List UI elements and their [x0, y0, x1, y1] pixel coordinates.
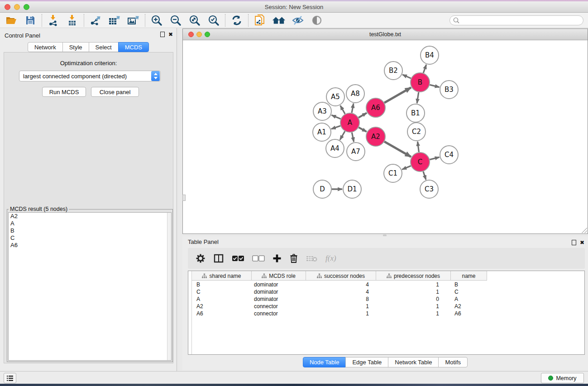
import-table-button[interactable] — [66, 14, 79, 27]
function-builder-button[interactable]: f(x) — [325, 254, 336, 263]
graph-node-B2[interactable]: B2 — [384, 62, 402, 80]
graph-edge-C-C4[interactable] — [430, 157, 439, 159]
graph-node-B3[interactable]: B3 — [440, 81, 458, 99]
column-header-successor-nodes[interactable]: successor nodes — [306, 271, 376, 281]
show-details-button[interactable] — [310, 14, 324, 27]
network-canvas[interactable]: B4B2BB3A5A8A6A3AB1A1C2A2A4A7C4CC1C3DD1 — [183, 40, 588, 234]
resize-grip-icon[interactable] — [582, 228, 587, 233]
task-history-button[interactable] — [4, 373, 16, 383]
search-box[interactable] — [449, 15, 583, 25]
copy-network-button[interactable] — [253, 14, 267, 27]
close-panel-icon[interactable]: ✖ — [168, 32, 173, 37]
save-session-button[interactable] — [24, 14, 37, 27]
graph-edge-C-C1[interactable] — [402, 166, 411, 169]
graph-edge-A-A4[interactable] — [340, 131, 345, 140]
zoom-fit-button[interactable] — [188, 14, 201, 27]
graph-node-C3[interactable]: C3 — [420, 180, 438, 198]
tab-style[interactable]: Style — [62, 42, 89, 52]
graph-edge-A-A6[interactable] — [359, 113, 367, 118]
graph-edge-B-B2[interactable] — [402, 75, 411, 78]
graph-node-D1[interactable]: D1 — [343, 180, 361, 198]
graph-node-A6[interactable]: A6 — [366, 98, 385, 117]
table-tab-node-table[interactable]: Node Table — [303, 357, 346, 367]
graph-edge-A2-C[interactable] — [384, 142, 411, 157]
graph-edge-A-A5[interactable] — [340, 105, 345, 114]
table-close-icon[interactable]: ✖ — [580, 240, 584, 245]
graph-node-A[interactable]: A — [340, 113, 359, 132]
table-row[interactable]: Bdominator41B — [192, 281, 584, 288]
graph-edge-A-A3[interactable] — [331, 115, 340, 119]
graph-edge-A-A7[interactable] — [352, 133, 354, 142]
refresh-button[interactable] — [230, 14, 244, 27]
graph-node-A7[interactable]: A7 — [347, 143, 365, 161]
hide-details-button[interactable] — [291, 14, 305, 27]
tab-mcds[interactable]: MCDS — [118, 42, 149, 52]
memory-button[interactable]: Memory — [541, 373, 584, 383]
table-float-icon[interactable] — [572, 240, 576, 245]
mcds-result-item[interactable]: C — [9, 234, 171, 242]
graph-edge-C-C3[interactable] — [423, 172, 426, 180]
import-network-button[interactable] — [47, 14, 60, 27]
graph-node-A4[interactable]: A4 — [326, 139, 344, 157]
delete-table-button[interactable] — [306, 254, 318, 262]
graph-edge-A-A2[interactable] — [359, 128, 366, 132]
table-row[interactable]: A6connector11A6 — [192, 310, 584, 317]
criterion-select[interactable]: largest connected component (directed) — [19, 71, 161, 81]
deselect-all-button[interactable] — [252, 255, 265, 262]
canvas-scroll-nub[interactable] — [182, 195, 186, 201]
zoom-in-button[interactable] — [150, 14, 163, 27]
graph-node-B4[interactable]: B4 — [421, 46, 439, 64]
open-file-button[interactable] — [5, 14, 18, 27]
zoom-out-button[interactable] — [169, 14, 182, 27]
graph-node-A3[interactable]: A3 — [313, 102, 331, 120]
graph-node-B[interactable]: B — [411, 73, 430, 92]
graph-node-D[interactable]: D — [313, 180, 331, 198]
float-panel-icon[interactable] — [160, 32, 165, 37]
mcds-result-item[interactable]: B — [9, 227, 171, 234]
tab-network[interactable]: Network — [28, 42, 63, 52]
table-row[interactable]: Adominator80A — [192, 295, 584, 303]
show-column-button[interactable] — [213, 253, 224, 263]
graph-node-C4[interactable]: C4 — [440, 146, 458, 164]
graph-edge-A-A8[interactable] — [352, 104, 354, 113]
search-input[interactable] — [460, 16, 583, 24]
graph-node-C1[interactable]: C1 — [384, 164, 402, 182]
table-tab-edge-table[interactable]: Edge Table — [345, 357, 388, 367]
zoom-selected-button[interactable] — [207, 14, 220, 27]
graph-edge-B-B3[interactable] — [430, 85, 439, 87]
export-network-button[interactable] — [89, 14, 102, 27]
graph-node-C2[interactable]: C2 — [407, 123, 425, 141]
result-scrollbar[interactable] — [167, 213, 171, 360]
graph-node-B1[interactable]: B1 — [406, 104, 425, 122]
graph-node-A1[interactable]: A1 — [313, 123, 331, 141]
create-column-button[interactable] — [272, 254, 282, 263]
graph-node-A5[interactable]: A5 — [326, 88, 344, 106]
graph-edge-B-B1[interactable] — [417, 92, 419, 103]
column-header-shared-name[interactable]: shared name — [192, 271, 252, 281]
delete-column-button[interactable] — [289, 253, 298, 263]
table-tab-motifs[interactable]: Motifs — [438, 357, 468, 367]
mcds-result-item[interactable]: A2 — [9, 213, 171, 220]
graph-edge-A6-B[interactable] — [384, 87, 411, 103]
mcds-result-item[interactable]: A — [9, 220, 171, 227]
export-table-button[interactable] — [108, 14, 121, 27]
table-tab-network-table[interactable]: Network Table — [388, 357, 439, 367]
home-button[interactable] — [272, 14, 286, 27]
run-mcds-button[interactable]: Run MCDS — [42, 87, 86, 97]
column-header-predecessor-nodes[interactable]: predecessor nodes — [376, 271, 451, 281]
table-settings-button[interactable] — [196, 253, 206, 263]
tab-select[interactable]: Select — [89, 42, 119, 52]
graph-node-C[interactable]: C — [411, 152, 430, 172]
export-image-button[interactable] — [127, 14, 140, 27]
column-header-name[interactable]: name — [451, 271, 487, 281]
network-graph[interactable]: B4B2BB3A5A8A6A3AB1A1C2A2A4A7C4CC1C3DD1 — [183, 40, 588, 234]
graph-edge-B-B4[interactable] — [423, 65, 426, 73]
graph-edge-A-A1[interactable] — [331, 126, 340, 129]
column-header-MCDS-role[interactable]: MCDS role — [252, 271, 306, 281]
close-panel-button[interactable]: Close panel — [91, 87, 139, 97]
mcds-result-list[interactable]: A2ABCA6 — [8, 212, 172, 361]
graph-edge-C-C2[interactable] — [418, 142, 419, 152]
table-row[interactable]: Cdominator41C — [192, 288, 584, 295]
select-all-button[interactable] — [232, 255, 244, 262]
graph-node-A8[interactable]: A8 — [346, 85, 364, 103]
